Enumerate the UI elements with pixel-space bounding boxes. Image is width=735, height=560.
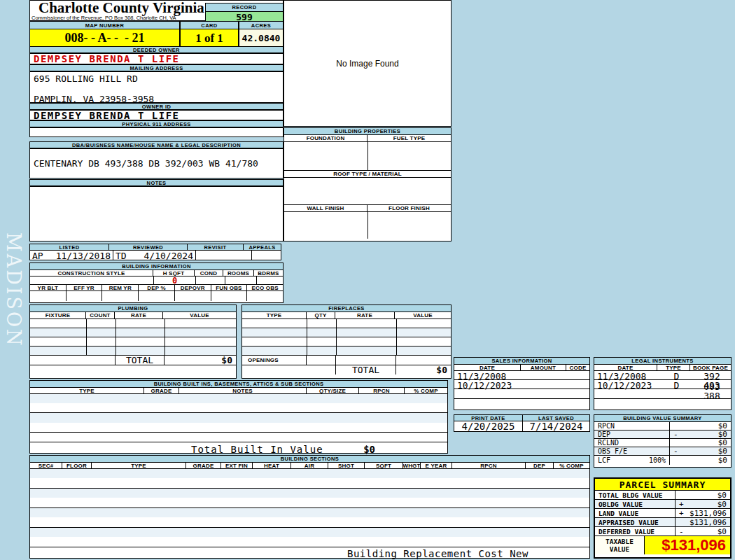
openings-value xyxy=(396,356,451,365)
section-row xyxy=(30,508,589,517)
hsqft-value: 0 xyxy=(154,276,196,284)
sales-date-header: DATE xyxy=(454,365,521,370)
construction-style-header: CONSTRUCTION STYLE xyxy=(30,270,153,276)
depovr-header: DEPOVR xyxy=(175,285,211,290)
effyr-value xyxy=(66,291,103,301)
map-number-box: MAP NUMBER 008- - A- - - 21 xyxy=(29,21,180,46)
sales-amount xyxy=(524,380,569,388)
fp-type-header: TYPE xyxy=(242,312,307,318)
legal-instruments-table: LEGAL INSTRUMENTS DATE TYPE BOOK PAGE 11… xyxy=(594,357,732,410)
bi-grade-header: GRADE xyxy=(144,388,179,393)
taxable-label: TAXABLE VALUE xyxy=(595,536,645,554)
print-date-value: 4/20/2025 xyxy=(454,421,523,431)
property-record-card: MADISON Charlotte County Virginia Commis… xyxy=(0,0,735,560)
fireplaces-row xyxy=(242,319,451,328)
acres-box: ACRES 42.0840 xyxy=(239,21,284,46)
vs-label: LCF xyxy=(598,456,610,464)
ps-value: $0 xyxy=(718,491,727,500)
record-value: 599 xyxy=(206,12,283,22)
rooms-header: ROOMS xyxy=(223,270,254,276)
inst-type: D xyxy=(660,380,693,388)
review-table: LISTED REVIEWED REVISIT APPEALS AP11/13/… xyxy=(29,244,281,260)
built-ins-row xyxy=(30,403,447,413)
ps-op: - xyxy=(679,527,684,536)
notes-value xyxy=(29,186,284,241)
air-header: AIR xyxy=(291,463,328,468)
plumbing-empty-row xyxy=(30,365,236,374)
owner-id-value: DEMPSEY BRENDA T LIFE xyxy=(29,110,284,120)
floor-header: FLOOR xyxy=(62,463,92,468)
physical-address-value xyxy=(29,127,284,137)
section-row xyxy=(30,489,589,498)
plumbing-total-value: $0 xyxy=(164,356,236,365)
sales-information-table: SALES INFORMATION DATE AMOUNT CODE 11/3/… xyxy=(454,357,590,410)
bi-qtysize-header: QTY/SIZE xyxy=(307,388,359,393)
map-number-label: MAP NUMBER xyxy=(30,22,179,29)
reviewed-cell: TD4/10/2024 xyxy=(113,251,196,260)
value-summary-row: OBS F/E -$0 xyxy=(594,447,731,456)
card-label: CARD xyxy=(181,22,238,29)
vs-label: DEP xyxy=(598,430,610,438)
whgt-header: WHGT xyxy=(403,463,421,468)
built-ins-row xyxy=(30,433,447,442)
inst-date: 11/3/2008 xyxy=(594,371,660,379)
parcel-summary-row: DEFERRED VALUE -$0 xyxy=(595,527,730,536)
remyr-header: REM YR xyxy=(102,285,139,290)
ps-value: $0 xyxy=(718,527,727,536)
building-properties-title: BUILDING PROPERTIES xyxy=(284,128,451,135)
inst-date: 10/12/2023 xyxy=(594,380,660,388)
parcel-summary-row: APPRAISED VALUE $131,096 xyxy=(595,518,730,527)
ps-label: OBLDG VALUE xyxy=(595,500,676,508)
listed-by: AP xyxy=(32,251,43,260)
ps-label: TOTAL BLDG VALUE xyxy=(595,491,676,499)
foundation-header: FOUNDATION xyxy=(284,135,368,141)
last-saved-label: LAST SAVED xyxy=(523,415,589,421)
inst-bookpage: 493 388 xyxy=(693,380,731,388)
sales-row xyxy=(454,389,589,399)
fp-qty-header: QTY xyxy=(307,312,335,318)
yrblt-value xyxy=(30,291,66,301)
legal-description-value: CENTENARY DB 493/388 DB 392/003 WB 41/78… xyxy=(29,148,284,178)
inst-type-header: TYPE xyxy=(657,365,690,370)
record-box: RECORD 599 xyxy=(205,3,284,21)
ps-label: DEFERRED VALUE xyxy=(595,527,676,536)
fireplaces-row xyxy=(242,337,451,346)
mailing-address-box: 695 ROLLING HILL RD PAMPLIN, VA 23958-39… xyxy=(29,71,284,103)
fireplaces-table: FIREPLACES TYPE QTY RATE VALUE OPENINGS … xyxy=(241,304,451,379)
plumbing-total-spacer xyxy=(30,356,115,365)
ps-op: + xyxy=(679,500,684,509)
inst-bookpage: 392 003 xyxy=(693,371,731,379)
inst-type: D xyxy=(660,371,693,379)
inst-bookpage-header: BOOK PAGE xyxy=(690,365,731,370)
built-ins-row xyxy=(30,413,447,423)
fireplaces-row xyxy=(242,328,451,337)
value-header: VALUE xyxy=(163,312,236,318)
dep-pct-header: DEP % xyxy=(139,285,175,290)
vs-pct: 100% xyxy=(649,456,666,464)
ps-value: $0 xyxy=(718,500,727,509)
revisit-cell xyxy=(196,251,252,260)
wallfinish-value xyxy=(284,212,368,239)
fp-total-value: $0 xyxy=(396,365,451,374)
parcel-summary-row: TOTAL BLDG VALUE $0 xyxy=(595,491,730,500)
fueltype-header: FUEL TYPE xyxy=(368,135,451,141)
building-sections-title: BUILDING SECTIONS xyxy=(30,456,589,463)
instrument-row: 10/12/2023 D 493 388 xyxy=(594,380,731,389)
deeded-owner-label: DEEDED OWNER xyxy=(29,46,284,53)
built-ins-title: BUILDING BUILT INS, BASEMENTS, ATTICS & … xyxy=(30,381,447,388)
fp-rate-header: RATE xyxy=(335,312,395,318)
fp-total-spacer xyxy=(242,365,336,374)
wallfinish-header: WALL FINISH xyxy=(284,205,368,211)
listed-date: 11/13/2018 xyxy=(56,251,111,260)
listed-cell: AP11/13/2018 xyxy=(30,251,113,260)
value-summary-row: LCF100% $0 xyxy=(594,456,731,465)
sales-amount xyxy=(524,371,569,379)
value-summary-row: RPCN $0 xyxy=(594,422,731,430)
type-header: TYPE xyxy=(92,463,186,468)
deeded-owner-value: DEMPSEY BRENDA T LIFE xyxy=(29,53,284,64)
print-date-label: PRINT DATE xyxy=(454,415,523,421)
bi-type-header: TYPE xyxy=(30,388,144,393)
sales-code xyxy=(569,380,589,388)
dep-header: DEP xyxy=(526,463,554,468)
extfin-header: EXT FIN xyxy=(221,463,253,468)
